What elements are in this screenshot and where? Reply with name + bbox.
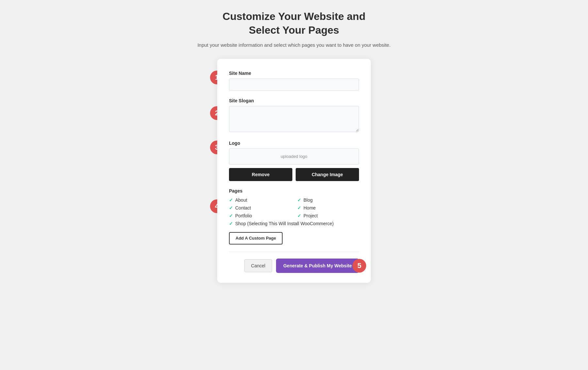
change-image-button[interactable]: Change Image [296, 168, 359, 181]
check-icon: ✓ [229, 197, 233, 203]
page-home-label: Home [303, 205, 316, 210]
page-portfolio-label: Portfolio [235, 213, 252, 218]
page-about-label: About [235, 197, 247, 203]
remove-button[interactable]: Remove [229, 168, 292, 181]
check-icon: ✓ [229, 213, 233, 218]
page-header: Customize Your Website and Select Your P… [197, 10, 390, 49]
check-icon: ✓ [297, 197, 301, 203]
logo-buttons: Remove Change Image [229, 168, 359, 181]
logo-group: Logo uploaded logo Remove Change Image [229, 141, 359, 181]
step-5-badge: 5 [352, 259, 366, 273]
logo-placeholder-text: uploaded logo [281, 154, 307, 159]
page-blog-label: Blog [303, 197, 313, 203]
list-item[interactable]: ✓ Blog [297, 197, 359, 203]
check-icon: ✓ [297, 213, 301, 218]
pages-grid: ✓ About ✓ Blog ✓ Contact ✓ Home [229, 197, 359, 226]
list-item[interactable]: ✓ About [229, 197, 291, 203]
card-footer: Cancel Generate & Publish My Website 5 [229, 252, 359, 273]
list-item[interactable]: ✓ Project [297, 213, 359, 218]
site-name-group: Site Name [229, 71, 359, 91]
form-card: Site Name Site Slogan Logo uploaded logo… [217, 59, 371, 283]
check-icon: ✓ [229, 205, 233, 210]
logo-preview: uploaded logo [229, 148, 359, 165]
page-contact-label: Contact [235, 205, 251, 210]
site-slogan-input[interactable] [229, 106, 359, 132]
logo-label: Logo [229, 141, 359, 146]
page-project-label: Project [303, 213, 318, 218]
site-name-input[interactable] [229, 78, 359, 91]
check-icon: ✓ [229, 221, 233, 226]
add-custom-page-button[interactable]: Add A Custom Page [229, 232, 283, 244]
site-name-label: Site Name [229, 71, 359, 76]
site-slogan-group: Site Slogan [229, 98, 359, 133]
pages-label: Pages [229, 188, 359, 193]
list-item[interactable]: ✓ Home [297, 205, 359, 210]
list-item[interactable]: ✓ Shop (Selecting This Will Install WooC… [229, 221, 359, 226]
pages-section: Pages ✓ About ✓ Blog ✓ Contact [229, 188, 359, 244]
check-icon: ✓ [297, 205, 301, 210]
cancel-button[interactable]: Cancel [244, 259, 272, 272]
page-shop-label: Shop (Selecting This Will Install WooCom… [235, 221, 334, 226]
page-title: Customize Your Website and Select Your P… [197, 10, 390, 37]
page-subtitle: Input your website information and selec… [197, 42, 390, 49]
list-item[interactable]: ✓ Portfolio [229, 213, 291, 218]
site-slogan-label: Site Slogan [229, 98, 359, 103]
generate-publish-button[interactable]: Generate & Publish My Website [276, 259, 359, 273]
list-item[interactable]: ✓ Contact [229, 205, 291, 210]
